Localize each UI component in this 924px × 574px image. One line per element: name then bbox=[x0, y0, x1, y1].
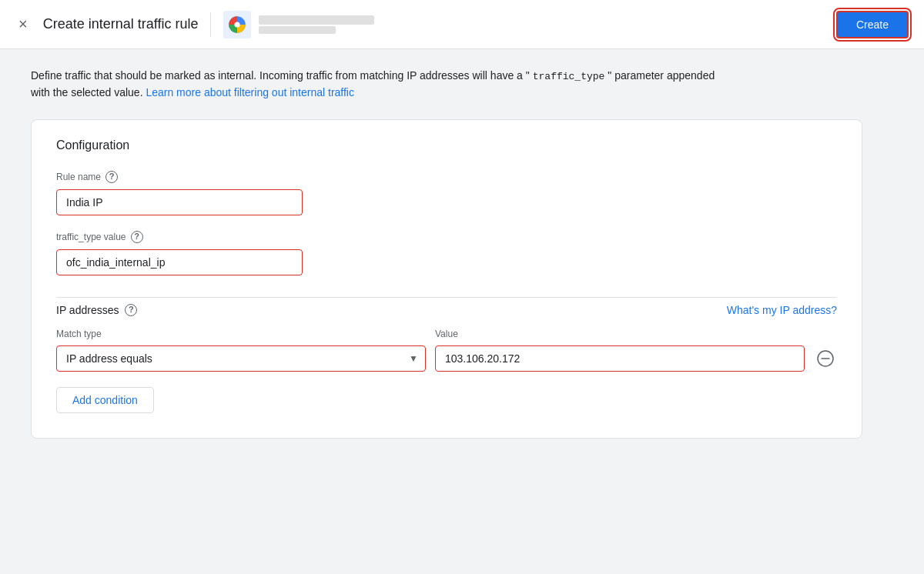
ip-section-header: IP addresses ? What's my IP address? bbox=[56, 304, 837, 316]
ip-section-title: IP addresses ? bbox=[56, 304, 137, 316]
configuration-card: Configuration Rule name ? traffic_type v… bbox=[31, 119, 862, 439]
learn-more-link[interactable]: Learn more about filtering out internal … bbox=[146, 86, 354, 98]
ip-addresses-section: IP addresses ? What's my IP address? Mat… bbox=[56, 297, 837, 413]
account-info bbox=[259, 15, 374, 34]
traffic-type-input[interactable] bbox=[56, 249, 303, 275]
minus-circle-icon bbox=[817, 350, 834, 372]
traffic-type-code: traffic_type bbox=[530, 70, 608, 83]
add-condition-button[interactable]: Add condition bbox=[56, 387, 154, 413]
description-before-code: Define traffic that should be marked as … bbox=[31, 69, 530, 82]
svg-point-1 bbox=[235, 22, 240, 27]
ip-help-icon[interactable]: ? bbox=[125, 304, 137, 316]
rule-name-label-text: Rule name bbox=[56, 172, 101, 182]
main-content: Define traffic that should be marked as … bbox=[0, 49, 924, 457]
whats-my-ip-link[interactable]: What's my IP address? bbox=[727, 304, 837, 316]
match-type-select-wrapper: IP address equals IP address begins with… bbox=[56, 345, 426, 372]
google-analytics-icon bbox=[223, 11, 251, 38]
rule-name-input[interactable] bbox=[56, 189, 303, 215]
condition-row: Match type IP address equals IP address … bbox=[56, 329, 837, 372]
app-logo bbox=[223, 11, 251, 38]
traffic-type-label: traffic_type value ? bbox=[56, 231, 837, 243]
account-id bbox=[259, 26, 336, 34]
ip-section-title-text: IP addresses bbox=[56, 304, 119, 316]
remove-condition-button[interactable] bbox=[814, 350, 837, 372]
value-column: Value bbox=[435, 329, 805, 372]
page-title: Create internal traffic rule bbox=[43, 16, 199, 32]
match-type-label: Match type bbox=[56, 329, 426, 339]
ip-value-input[interactable] bbox=[435, 345, 805, 372]
header: × Create internal traffic rule Create bbox=[0, 0, 924, 49]
match-type-select[interactable]: IP address equals IP address begins with… bbox=[56, 345, 426, 372]
config-section-title: Configuration bbox=[56, 138, 837, 152]
header-divider bbox=[210, 12, 211, 37]
traffic-type-help-icon[interactable]: ? bbox=[131, 231, 143, 243]
close-button[interactable]: × bbox=[15, 12, 31, 36]
match-type-column: Match type IP address equals IP address … bbox=[56, 329, 426, 372]
create-button[interactable]: Create bbox=[836, 11, 909, 38]
description-text: Define traffic that should be marked as … bbox=[31, 68, 724, 101]
close-icon: × bbox=[18, 15, 28, 33]
account-name bbox=[259, 15, 374, 25]
rule-name-help-icon[interactable]: ? bbox=[105, 171, 118, 183]
rule-name-label: Rule name ? bbox=[56, 171, 837, 183]
rule-name-section: Rule name ? bbox=[56, 171, 837, 215]
traffic-type-section: traffic_type value ? bbox=[56, 231, 837, 275]
traffic-type-label-text: traffic_type value bbox=[56, 232, 126, 242]
value-label: Value bbox=[435, 329, 805, 339]
